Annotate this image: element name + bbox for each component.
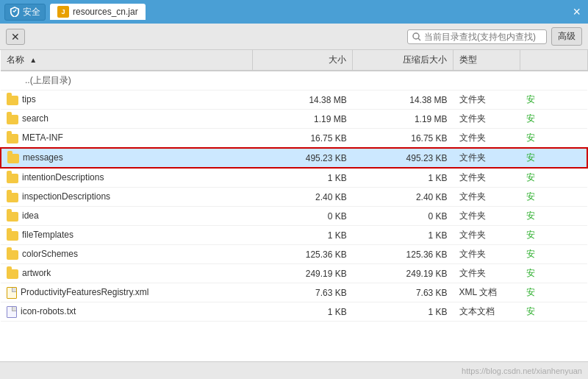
- cell-name: colorSchemes: [1, 245, 252, 264]
- cell-size: 495.23 KB: [252, 148, 353, 168]
- title-bar-left: 安全 J resources_cn.jar: [4, 4, 565, 21]
- cell-size: 2.40 KB: [252, 188, 353, 207]
- cell-name: tips: [1, 91, 252, 110]
- table-row[interactable]: intentionDescriptions1 KB1 KB文件夹安: [1, 168, 587, 188]
- table-row[interactable]: search1.19 MB1.19 MB文件夹安: [1, 110, 587, 129]
- jar-tab[interactable]: J resources_cn.jar: [50, 4, 146, 20]
- folder-icon: [7, 96, 18, 105]
- cell-type: 文件夹: [453, 129, 520, 149]
- cell-name: ProductivityFeaturesRegistry.xml: [1, 283, 252, 302]
- close-button[interactable]: ×: [570, 5, 584, 18]
- cell-security: 安: [520, 148, 587, 168]
- cell-size: 1 KB: [252, 226, 353, 245]
- cell-security: 安: [520, 226, 587, 245]
- cell-size: 1.19 MB: [252, 110, 353, 129]
- security-badge: 安全: [4, 4, 46, 21]
- cell-compressed: 1 KB: [353, 168, 453, 188]
- file-table: 名称 ▲ 大小 压缩后大小 类型 ..(上层目录)tips14.38 MB14.…: [0, 50, 588, 322]
- svg-point-0: [413, 33, 419, 39]
- cell-name: META-INF: [1, 129, 252, 149]
- table-row[interactable]: META-INF16.75 KB16.75 KB文件夹安: [1, 129, 587, 149]
- file-tbody: ..(上层目录)tips14.38 MB14.38 MB文件夹安search1.…: [1, 71, 587, 322]
- cell-security: 安: [520, 168, 587, 188]
- table-row[interactable]: messages495.23 KB495.23 KB文件夹安: [1, 148, 587, 168]
- table-row[interactable]: ProductivityFeaturesRegistry.xml7.63 KB7…: [1, 283, 587, 302]
- folder-icon: [7, 134, 18, 144]
- cell-name: ..(上层目录): [1, 71, 252, 91]
- cell-security: 安: [520, 283, 587, 302]
- cell-name: search: [1, 110, 252, 129]
- folder-icon: [7, 115, 18, 124]
- col-header-size[interactable]: 大小: [252, 50, 353, 71]
- txt-icon: [7, 306, 17, 318]
- svg-line-1: [418, 38, 420, 40]
- table-row[interactable]: tips14.38 MB14.38 MB文件夹安: [1, 91, 587, 110]
- title-bar: 安全 J resources_cn.jar ×: [0, 0, 588, 24]
- cell-compressed: 1.19 MB: [353, 110, 453, 129]
- cell-compressed: 249.19 KB: [353, 264, 453, 283]
- table-header-row: 名称 ▲ 大小 压缩后大小 类型: [1, 50, 587, 71]
- close-x-button[interactable]: ✕: [6, 29, 25, 45]
- cell-size: 16.75 KB: [252, 129, 353, 149]
- col-header-name[interactable]: 名称 ▲: [1, 50, 252, 71]
- cell-size: 7.63 KB: [252, 283, 353, 302]
- security-label: 安全: [23, 6, 40, 18]
- search-input[interactable]: [424, 32, 542, 42]
- table-row[interactable]: inspectionDescriptions2.40 KB2.40 KB文件夹安: [1, 188, 587, 207]
- table-row[interactable]: fileTemplates1 KB1 KB文件夹安: [1, 226, 587, 245]
- table-row[interactable]: idea0 KB0 KB文件夹安: [1, 207, 587, 226]
- cell-security: 安: [520, 188, 587, 207]
- cell-compressed: 0 KB: [353, 207, 453, 226]
- cell-compressed: 495.23 KB: [353, 148, 453, 168]
- cell-type: 文件夹: [453, 245, 520, 264]
- cell-type: 文件夹: [453, 188, 520, 207]
- col-header-type[interactable]: 类型: [453, 50, 520, 71]
- folder-icon: [7, 154, 19, 163]
- cell-security: 安: [520, 264, 587, 283]
- shield-icon: [10, 7, 20, 17]
- sort-indicator: ▲: [29, 56, 37, 64]
- jar-icon: J: [57, 6, 69, 18]
- cell-name: inspectionDescriptions: [1, 188, 252, 207]
- jar-filename: resources_cn.jar: [73, 7, 138, 17]
- advanced-button[interactable]: 高级: [551, 27, 582, 46]
- cell-compressed: 1 KB: [353, 302, 453, 322]
- folder-icon: [7, 250, 18, 260]
- cell-size: 125.36 KB: [252, 245, 353, 264]
- cell-compressed: 1 KB: [353, 226, 453, 245]
- cell-compressed: 125.36 KB: [353, 245, 453, 264]
- cell-type: 文件夹: [453, 148, 520, 168]
- table-row[interactable]: colorSchemes125.36 KB125.36 KB文件夹安: [1, 245, 587, 264]
- cell-compressed: 2.40 KB: [353, 188, 453, 207]
- cell-type: XML 文档: [453, 283, 520, 302]
- cell-name: icon-robots.txt: [1, 302, 252, 322]
- toolbar: ✕ 高级: [0, 24, 588, 50]
- cell-size: [252, 71, 353, 91]
- search-box: [407, 29, 547, 44]
- title-actions: ×: [570, 5, 584, 18]
- cell-name: artwork: [1, 264, 252, 283]
- cell-security: 安: [520, 110, 587, 129]
- cell-security: 安: [520, 207, 587, 226]
- col-header-security[interactable]: [520, 50, 587, 71]
- cell-security: 安: [520, 245, 587, 264]
- folder-icon: [7, 193, 18, 202]
- cell-size: 1 KB: [252, 302, 353, 322]
- cell-compressed: 7.63 KB: [353, 283, 453, 302]
- cell-type: 文件夹: [453, 168, 520, 188]
- cell-type: [453, 71, 520, 91]
- cell-type: 文件夹: [453, 264, 520, 283]
- table-row[interactable]: ..(上层目录): [1, 71, 587, 91]
- cell-security: 安: [520, 129, 587, 149]
- cell-type: 文件夹: [453, 207, 520, 226]
- col-header-compressed[interactable]: 压缩后大小: [353, 50, 453, 71]
- folder-icon: [7, 231, 18, 241]
- cell-security: [520, 71, 587, 91]
- cell-type: 文件夹: [453, 226, 520, 245]
- cell-type: 文本文档: [453, 302, 520, 322]
- table-row[interactable]: artwork249.19 KB249.19 KB文件夹安: [1, 264, 587, 283]
- cell-compressed: [353, 71, 453, 91]
- cell-size: 14.38 MB: [252, 91, 353, 110]
- table-row[interactable]: icon-robots.txt1 KB1 KB文本文档安: [1, 302, 587, 322]
- file-table-container: 名称 ▲ 大小 压缩后大小 类型 ..(上层目录)tips14.38 MB14.…: [0, 50, 588, 361]
